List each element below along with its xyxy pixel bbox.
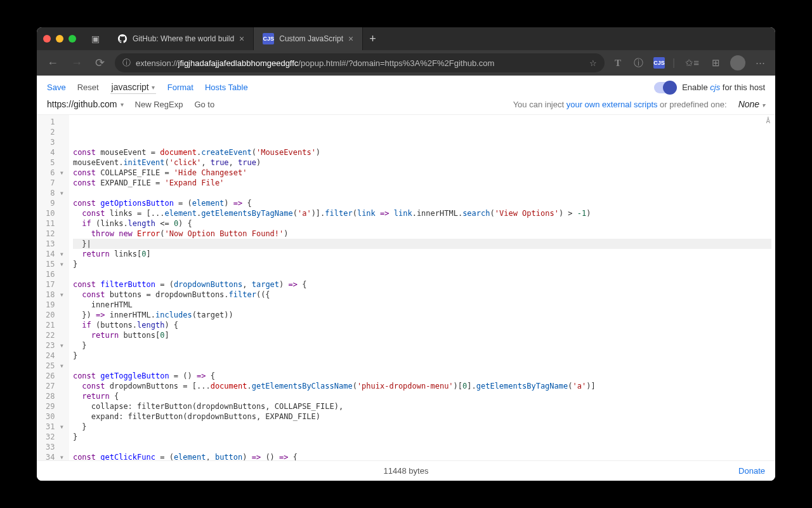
line-number: 17 <box>46 279 64 290</box>
chevron-down-icon: ▾ <box>121 101 124 108</box>
chevron-down-icon: ▾ <box>152 84 155 91</box>
inject-info: You can inject your own external scripts… <box>513 100 727 109</box>
code-line[interactable]: const EXPAND_FILE = 'Expand File' <box>73 178 771 188</box>
code-line[interactable]: }| <box>73 239 771 249</box>
format-button[interactable]: Format <box>167 83 193 92</box>
code-line[interactable]: }) => innerHTML.includes(target)) <box>73 310 771 320</box>
line-number: 34 ▾ <box>46 452 64 460</box>
site-info-icon[interactable]: ⓘ <box>122 57 131 69</box>
reload-button[interactable]: ⟳ <box>93 56 107 70</box>
code-line[interactable]: const dropdownButtons = [...document.get… <box>73 381 771 391</box>
line-number: 31 ▾ <box>46 422 64 432</box>
github-icon <box>117 34 128 44</box>
line-number: 11 <box>46 218 64 229</box>
menu-icon[interactable]: ⋯ <box>753 57 768 69</box>
code-line[interactable]: } <box>73 259 771 269</box>
code-line[interactable] <box>73 269 771 279</box>
line-number: 9 <box>46 198 64 208</box>
code-line[interactable]: } <box>73 432 771 442</box>
code-line[interactable]: return links[0] <box>73 249 771 259</box>
host-select[interactable]: https://github.com▾ <box>47 99 124 109</box>
code-line[interactable]: const filterButton = (dropdownButtons, t… <box>73 279 771 290</box>
line-number: 22 <box>46 330 64 340</box>
line-number: 16 <box>46 269 64 279</box>
new-tab-button[interactable]: + <box>363 27 383 50</box>
profile-avatar[interactable] <box>730 55 745 70</box>
line-number: 10 <box>46 208 64 218</box>
line-number: 21 <box>46 320 64 330</box>
extensions-icon[interactable]: ⊞ <box>709 57 723 69</box>
text-tool-icon[interactable]: T <box>612 58 624 69</box>
line-number: 29 <box>46 401 64 411</box>
code-line[interactable]: if (buttons.length) { <box>73 320 771 330</box>
close-tab-icon[interactable]: × <box>348 34 353 44</box>
tab-cjs[interactable]: CJS Custom JavaScript × <box>254 27 363 50</box>
line-number: 32 <box>46 432 64 442</box>
enable-toggle[interactable] <box>654 82 676 93</box>
reading-list-icon[interactable]: ✩≡ <box>683 57 702 69</box>
code-line[interactable]: const buttons = dropdownButtons.filter((… <box>73 290 771 300</box>
close-window-button[interactable] <box>43 35 51 43</box>
line-number: 19 <box>46 300 64 310</box>
code-line[interactable] <box>73 188 771 198</box>
code-line[interactable] <box>73 442 771 452</box>
line-number: 28 <box>46 391 64 401</box>
gutter: 1 2 3 4 5 6 ▾ 7 8 ▾ 9 10 11 12 13 14 ▾15… <box>37 115 69 460</box>
code-editor[interactable]: 1 2 3 4 5 6 ▾ 7 8 ▾ 9 10 11 12 13 14 ▾15… <box>37 114 775 460</box>
code-line[interactable]: } <box>73 422 771 432</box>
close-tab-icon[interactable]: × <box>239 34 244 44</box>
shield-icon[interactable]: ▣ <box>91 34 100 44</box>
code-line[interactable]: const mouseEvent = document.createEvent(… <box>73 147 771 157</box>
toolbar: Save Reset javascript▾ Format Hosts Tabl… <box>37 76 775 95</box>
title-bar: ▣ GitHub: Where the world build × CJS Cu… <box>37 27 775 50</box>
tab-label: GitHub: Where the world build <box>133 34 234 43</box>
line-number: 25 ▾ <box>46 361 64 371</box>
code-line[interactable]: } <box>73 351 771 361</box>
code-line[interactable]: const links = [...element.getElementsByT… <box>73 208 771 218</box>
code-line[interactable]: if (links.length <= 0) { <box>73 218 771 229</box>
code-line[interactable] <box>73 361 771 371</box>
goto-button[interactable]: Go to <box>194 100 214 109</box>
code-line[interactable]: return { <box>73 391 771 401</box>
donate-link[interactable]: Donate <box>738 466 765 476</box>
info-icon[interactable]: ⓘ <box>631 57 646 69</box>
line-number: 15 ▾ <box>46 259 64 269</box>
code-line[interactable]: mouseEvent.initEvent('click', true, true… <box>73 157 771 168</box>
code-line[interactable]: innerHTML <box>73 300 771 310</box>
code-line[interactable]: collapse: filterButton(dropdownButtons, … <box>73 401 771 411</box>
cjs-extension-icon[interactable]: CJS <box>653 57 665 69</box>
tab-github[interactable]: GitHub: Where the world build × <box>108 27 254 50</box>
hosts-table-button[interactable]: Hosts Table <box>205 83 248 92</box>
enable-label: Enable cjs for this host <box>682 83 765 92</box>
line-number: 23 ▾ <box>46 340 64 351</box>
line-number: 20 <box>46 310 64 320</box>
save-button[interactable]: Save <box>47 83 66 92</box>
new-regexp-button[interactable]: New RegExp <box>135 100 183 109</box>
bookmark-icon[interactable]: ☆ <box>589 58 597 68</box>
line-number: 30 <box>46 411 64 422</box>
reset-button[interactable]: Reset <box>77 83 99 92</box>
code-line[interactable]: throw new Error('Now Option Button Found… <box>73 229 771 239</box>
code-line[interactable]: const getToggleButton = () => { <box>73 371 771 381</box>
code-area[interactable]: Â const mouseEvent = document.createEven… <box>69 115 775 460</box>
predefined-select[interactable]: None ▾ <box>738 99 765 109</box>
minimize-window-button[interactable] <box>56 35 63 43</box>
maximize-window-button[interactable] <box>69 35 76 43</box>
external-scripts-link[interactable]: your own external scripts <box>566 100 658 109</box>
code-line[interactable]: const getClickFunc = (element, button) =… <box>73 452 771 460</box>
line-number: 7 <box>46 178 64 188</box>
language-select[interactable]: javascript▾ <box>110 81 156 94</box>
code-line[interactable]: const COLLAPSE_FILE = 'Hide Changeset' <box>73 168 771 178</box>
url-input[interactable]: ⓘ extension://jfigjhadafajjafedlabbhomge… <box>115 53 605 72</box>
line-number: 24 <box>46 351 64 361</box>
code-line[interactable]: const getOptionsButton = (element) => { <box>73 198 771 208</box>
code-line[interactable]: } <box>73 340 771 351</box>
line-number: 6 ▾ <box>46 168 64 178</box>
code-line[interactable]: return buttons[0] <box>73 330 771 340</box>
line-number: 12 <box>46 229 64 239</box>
back-button[interactable]: ← <box>44 57 61 70</box>
browser-tabs: GitHub: Where the world build × CJS Cust… <box>108 27 383 50</box>
code-line[interactable]: expand: filterButton(dropdownButtons, EX… <box>73 411 771 422</box>
enable-toggle-wrap: Enable cjs for this host <box>654 82 765 93</box>
forward-button[interactable]: → <box>69 57 85 70</box>
